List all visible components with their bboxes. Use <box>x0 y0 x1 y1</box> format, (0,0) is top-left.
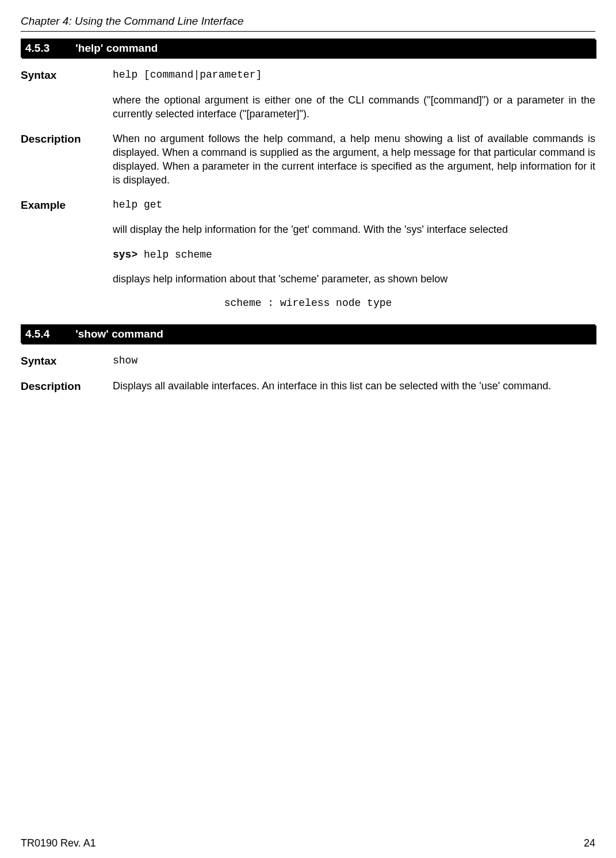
section-title-2: 'show' command <box>75 328 163 340</box>
prompt: sys> <box>113 249 137 261</box>
description-label-2: Description <box>21 379 113 394</box>
section-number-2: 4.5.4 <box>25 327 72 342</box>
syntax-text: where the optional argument is either on… <box>113 93 595 121</box>
description-text: When no argument follows the help comman… <box>113 132 595 187</box>
syntax-code-2: show <box>113 354 595 367</box>
example-label: Example <box>21 198 113 213</box>
example-text-1: will display the help information for th… <box>113 223 595 236</box>
syntax-label-2: Syntax <box>21 354 113 369</box>
example-code: help get <box>113 198 595 212</box>
chapter-title: Chapter 4: Using the Command Line Interf… <box>21 14 595 29</box>
section-heading-help: 4.5.3 'help' command <box>21 39 595 58</box>
section-number: 4.5.3 <box>25 41 72 56</box>
syntax-row-2: Syntax show <box>21 354 595 369</box>
example-prompt-row: sys> help scheme <box>21 247 595 262</box>
example-output: scheme : wireless node type <box>21 296 595 310</box>
syntax-desc-row: where the optional argument is either on… <box>21 93 595 121</box>
prompt-command: help scheme <box>137 249 212 261</box>
syntax-label: Syntax <box>21 68 113 83</box>
description-label: Description <box>21 132 113 147</box>
syntax-row: Syntax help [command|parameter] <box>21 68 595 83</box>
description-row-2: Description Displays all available inter… <box>21 379 595 394</box>
description-row: Description When no argument follows the… <box>21 132 595 187</box>
section-title: 'help' command <box>75 42 158 54</box>
section-heading-show: 4.5.4 'show' command <box>21 324 595 344</box>
example-row: Example help get <box>21 198 595 213</box>
example-prompt-line: sys> help scheme <box>113 247 595 262</box>
example-text-2: displays help information about that 'sc… <box>113 272 595 286</box>
header-rule <box>21 31 595 32</box>
example-text2-row: displays help information about that 'sc… <box>21 272 595 286</box>
syntax-code: help [command|parameter] <box>113 68 595 82</box>
example-text-row: will display the help information for th… <box>21 223 595 236</box>
description-text-2: Displays all available interfaces. An in… <box>113 379 595 393</box>
